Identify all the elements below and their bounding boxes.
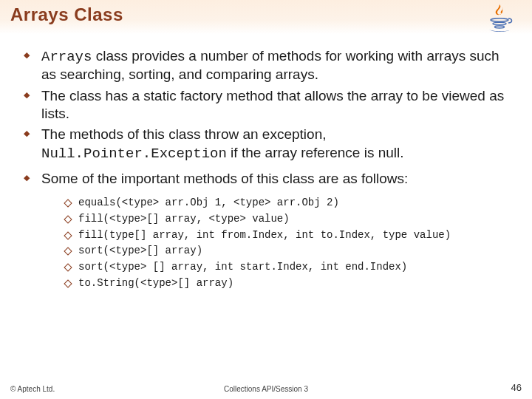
slide-header: Arrays Class bbox=[0, 0, 532, 34]
svg-point-0 bbox=[491, 18, 508, 21]
sub-item: sort(<type> [] array, int start.Index, i… bbox=[64, 259, 511, 276]
body-text: if the array reference is null. bbox=[227, 145, 404, 160]
bullet-item: Arrays class provides a number of method… bbox=[21, 47, 511, 84]
page-number: 46 bbox=[511, 382, 522, 393]
slide: Arrays Class Arrays class provides a num… bbox=[0, 0, 532, 399]
java-logo-icon bbox=[483, 3, 519, 33]
slide-footer: © Aptech Ltd. Collections API/Session 3 … bbox=[0, 380, 532, 395]
sub-item: sort(<type>[] array) bbox=[64, 243, 511, 259]
body-text: class provides a number of methods for w… bbox=[41, 48, 499, 82]
bullet-item: The methods of this class throw an excep… bbox=[21, 126, 511, 163]
body-text: The methods of this class throw an excep… bbox=[41, 126, 326, 142]
sub-item: to.String(<type>[] array) bbox=[64, 276, 511, 292]
slide-body: Arrays class provides a number of method… bbox=[0, 34, 532, 291]
slide-title: Arrays Class bbox=[10, 4, 123, 24]
sub-list: equals(<type> arr.Obj 1, <type> arr.Obj … bbox=[64, 195, 511, 291]
body-text: Some of the important methods of this cl… bbox=[41, 171, 408, 186]
svg-point-1 bbox=[493, 22, 506, 25]
svg-point-2 bbox=[495, 26, 505, 28]
bullet-list: Arrays class provides a number of method… bbox=[21, 47, 511, 291]
code-text: Null.Pointer.Exception bbox=[41, 146, 227, 162]
bullet-item: The class has a static factory method th… bbox=[21, 87, 511, 123]
code-text: Arrays bbox=[41, 49, 92, 65]
bullet-item: Some of the important methods of this cl… bbox=[21, 170, 511, 291]
sub-item: fill(type[] array, int from.Index, int t… bbox=[64, 228, 511, 244]
sub-item: equals(<type> arr.Obj 1, <type> arr.Obj … bbox=[64, 195, 511, 211]
body-text: The class has a static factory method th… bbox=[41, 88, 504, 121]
session-text: Collections API/Session 3 bbox=[224, 385, 308, 393]
copyright-text: © Aptech Ltd. bbox=[10, 385, 55, 393]
sub-item: fill(<type>[] array, <type> value) bbox=[64, 211, 511, 228]
